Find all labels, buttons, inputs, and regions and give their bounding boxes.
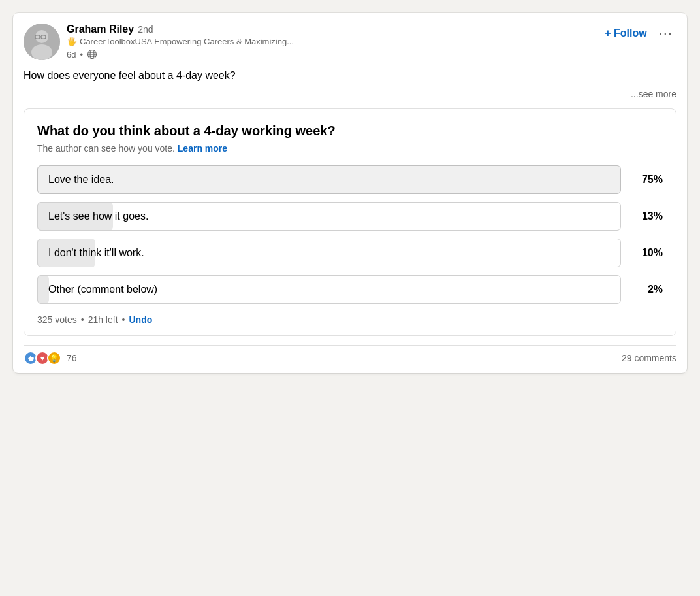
- poll-option-4[interactable]: Other (comment below): [37, 275, 621, 304]
- svg-point-2: [31, 44, 52, 60]
- post-header-left: Graham Riley 2nd 🖐 CareerToolboxUSA Empo…: [24, 24, 294, 60]
- post-header-right: + Follow ···: [599, 24, 676, 43]
- post-header: Graham Riley 2nd 🖐 CareerToolboxUSA Empo…: [24, 24, 676, 60]
- poll-option-bar-wrap-3: I don't think it'll work.: [37, 239, 621, 267]
- poll-note: The author can see how you vote. Learn m…: [37, 143, 663, 154]
- author-name[interactable]: Graham Riley: [67, 24, 134, 35]
- reaction-emojis: ♥ 💡: [24, 351, 59, 365]
- poll-footer: 325 votes • 21h left • Undo: [37, 314, 663, 325]
- poll-option-row-3: I don't think it'll work. 10%: [37, 239, 663, 267]
- post-time: 6d: [67, 50, 76, 59]
- poll-option-bar-wrap-2: Let's see how it goes.: [37, 202, 621, 231]
- poll-options: Love the idea. 75% Let's see how it goes…: [37, 165, 663, 304]
- reactions-left: ♥ 💡 76: [24, 351, 77, 365]
- poll-option-1[interactable]: Love the idea.: [37, 165, 621, 194]
- poll-option-bar-wrap-4: Other (comment below): [37, 275, 621, 304]
- poll-option-row-4: Other (comment below) 2%: [37, 275, 663, 304]
- poll-option-row: Love the idea. 75%: [37, 165, 663, 194]
- avatar[interactable]: [24, 24, 60, 60]
- poll-percent-1: 75%: [631, 174, 663, 186]
- vote-count: 325 votes: [37, 314, 77, 325]
- separator-1: •: [81, 314, 84, 325]
- poll-option-bar-wrap-1: Love the idea.: [37, 165, 621, 194]
- author-info: Graham Riley 2nd 🖐 CareerToolboxUSA Empo…: [67, 24, 294, 59]
- author-subtitle: 🖐 CareerToolboxUSA Empowering Careers & …: [67, 37, 294, 46]
- follow-button[interactable]: + Follow: [599, 25, 652, 42]
- undo-link[interactable]: Undo: [129, 314, 152, 325]
- reaction-insightful-icon: 💡: [47, 351, 61, 365]
- separator-2: •: [122, 314, 125, 325]
- see-more[interactable]: ...see more: [24, 89, 676, 99]
- time-left: 21h left: [88, 314, 118, 325]
- post-text: How does everyone feel about a 4-day wee…: [24, 70, 236, 81]
- poll-option-3[interactable]: I don't think it'll work.: [37, 239, 621, 267]
- reactions-row: ♥ 💡 76 29 comments: [24, 345, 676, 365]
- post-content: How does everyone feel about a 4-day wee…: [24, 68, 676, 84]
- poll-note-text: The author can see how you vote.: [37, 143, 175, 154]
- comments-count[interactable]: 29 comments: [622, 353, 676, 363]
- separator-dot: •: [80, 50, 83, 59]
- author-company: CareerToolboxUSA Empowering Careers & Ma…: [80, 37, 294, 46]
- learn-more-link[interactable]: Learn more: [178, 143, 227, 154]
- poll-percent-2: 13%: [631, 210, 663, 222]
- poll-option-row-2: Let's see how it goes. 13%: [37, 202, 663, 231]
- reaction-count[interactable]: 76: [67, 353, 77, 363]
- poll-title: What do you think about a 4-day working …: [37, 122, 663, 139]
- more-options-button[interactable]: ···: [655, 24, 676, 43]
- briefcase-icon: 🖐: [67, 37, 77, 46]
- poll-card: What do you think about a 4-day working …: [24, 108, 676, 336]
- poll-option-2[interactable]: Let's see how it goes.: [37, 202, 621, 231]
- post-meta: 6d •: [67, 49, 294, 59]
- svg-point-1: [35, 30, 48, 43]
- author-name-row: Graham Riley 2nd: [67, 24, 294, 35]
- poll-percent-3: 10%: [631, 247, 663, 259]
- connection-badge: 2nd: [138, 24, 153, 35]
- post-card: Graham Riley 2nd 🖐 CareerToolboxUSA Empo…: [13, 13, 687, 373]
- globe-icon: [87, 49, 97, 59]
- poll-percent-4: 2%: [631, 284, 663, 295]
